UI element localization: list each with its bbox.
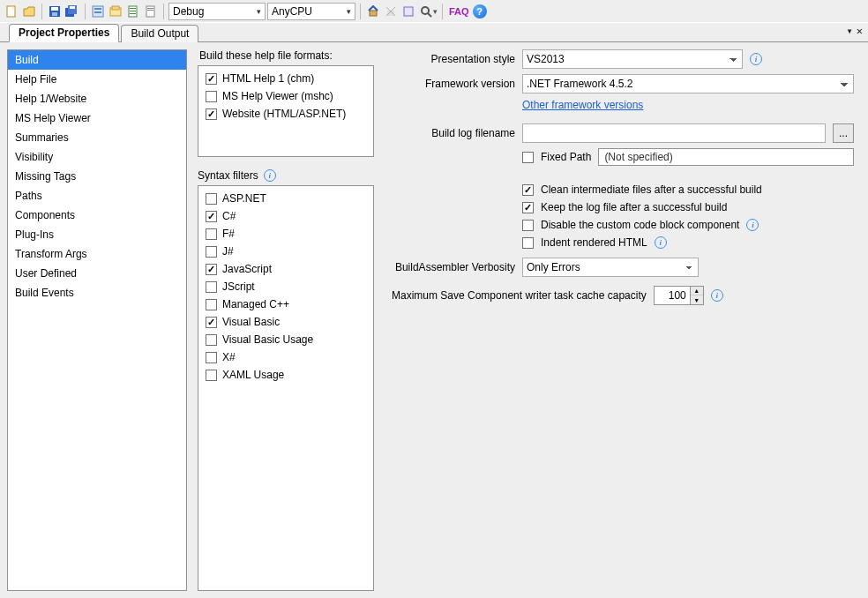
list-item[interactable]: MS Help Viewer (mshc): [202, 87, 370, 105]
checkbox-label: Managed C++: [222, 297, 289, 311]
view-help-file-icon[interactable]: [400, 4, 416, 19]
list-item[interactable]: F#: [202, 225, 370, 243]
checkbox-label: Visual Basic: [222, 315, 280, 329]
fixed-path-checkbox[interactable]: [522, 152, 534, 163]
svg-rect-13: [130, 8, 136, 9]
svg-rect-3: [52, 12, 57, 16]
sidebar-item-build[interactable]: Build: [8, 50, 186, 70]
info-icon[interactable]: i: [655, 236, 667, 249]
browse-button[interactable]: ...: [833, 123, 854, 143]
verbosity-select[interactable]: Only Errors: [522, 258, 699, 277]
checkbox[interactable]: [206, 211, 217, 222]
checkbox[interactable]: [206, 370, 217, 381]
sidebar-item-build-events[interactable]: Build Events: [8, 283, 186, 303]
spinner-down-icon[interactable]: ▼: [691, 295, 703, 304]
checkbox[interactable]: [206, 264, 217, 275]
checkbox[interactable]: [206, 317, 217, 328]
indent-html-checkbox[interactable]: [522, 237, 534, 249]
sidebar-item-help-file[interactable]: Help File: [8, 70, 186, 89]
list-item[interactable]: JScript: [202, 278, 370, 295]
faq-link[interactable]: FAQ: [447, 6, 471, 17]
checkbox[interactable]: [206, 73, 217, 85]
tab-build-output[interactable]: Build Output: [121, 25, 198, 42]
svg-rect-23: [404, 7, 413, 16]
properties-icon[interactable]: [108, 4, 123, 19]
open-folder-icon[interactable]: [21, 4, 37, 19]
list-item[interactable]: Visual Basic: [202, 313, 370, 331]
list-item[interactable]: X#: [202, 348, 370, 366]
disable-codeblock-checkbox[interactable]: [522, 220, 534, 231]
save-icon[interactable]: [47, 4, 63, 19]
dropdown-arrow-icon[interactable]: ▾: [433, 7, 438, 16]
help-icon[interactable]: ?: [473, 4, 487, 19]
sidebar-item-missing-tags[interactable]: Missing Tags: [8, 167, 186, 186]
platform-combo[interactable]: AnyCPU: [267, 3, 355, 20]
list-item[interactable]: C#: [202, 207, 370, 225]
keep-log-checkbox[interactable]: [522, 202, 534, 213]
sidebar-item-paths[interactable]: Paths: [8, 186, 186, 206]
other-frameworks-link[interactable]: Other framework versions: [522, 99, 643, 111]
svg-rect-17: [147, 8, 153, 9]
sidebar-item-user-defined[interactable]: User Defined: [8, 264, 186, 283]
checkbox[interactable]: [206, 91, 217, 102]
checkbox[interactable]: [206, 246, 217, 258]
middle-column: Build these help file formats: HTML Help…: [198, 49, 374, 591]
list-item[interactable]: Managed C++: [202, 295, 370, 313]
toolbar-separator: [41, 4, 42, 19]
save-all-icon[interactable]: [64, 4, 80, 19]
info-icon[interactable]: i: [746, 219, 759, 231]
cache-capacity-spinner[interactable]: ▲▼: [654, 286, 704, 305]
checkbox-label: X#: [222, 350, 236, 364]
help-formats-group: Build these help file formats: HTML Help…: [198, 49, 374, 157]
sidebar-item-ms-help-viewer[interactable]: MS Help Viewer: [8, 108, 186, 128]
configuration-combo[interactable]: Debug: [168, 3, 266, 20]
sidebar-item-transform-args[interactable]: Transform Args: [8, 244, 186, 264]
build-icon[interactable]: [365, 4, 381, 19]
build-log-input[interactable]: [522, 123, 826, 143]
info-icon[interactable]: i: [750, 53, 762, 65]
list-item[interactable]: JavaScript: [202, 260, 370, 278]
entity-references-icon[interactable]: [125, 4, 141, 19]
sidebar-item-summaries[interactable]: Summaries: [8, 128, 186, 147]
checkbox[interactable]: [206, 281, 217, 293]
list-item[interactable]: J#: [202, 243, 370, 260]
list-item[interactable]: Website (HTML/ASP.NET): [202, 105, 370, 123]
clean-intermediate-checkbox[interactable]: [522, 184, 534, 196]
checkbox-label: MS Help Viewer (mshc): [222, 89, 333, 103]
checkbox[interactable]: [206, 193, 217, 205]
tab-project-properties[interactable]: Project Properties: [9, 24, 119, 42]
view-output-icon[interactable]: [418, 4, 434, 19]
info-icon[interactable]: i: [711, 289, 723, 302]
list-item[interactable]: HTML Help 1 (chm): [202, 70, 370, 87]
checkbox[interactable]: [206, 228, 217, 240]
framework-version-select[interactable]: .NET Framework 4.5.2: [522, 74, 854, 93]
sidebar-item-plug-ins[interactable]: Plug-Ins: [8, 225, 186, 244]
info-icon[interactable]: i: [264, 169, 276, 182]
tab-label: Build Output: [131, 27, 189, 40]
project-explorer-icon[interactable]: [90, 4, 106, 19]
svg-rect-11: [112, 6, 119, 10]
list-item[interactable]: Visual Basic Usage: [202, 331, 370, 348]
list-item[interactable]: ASP.NET: [202, 190, 370, 207]
tab-menu-icon[interactable]: ▾: [847, 25, 853, 37]
checkbox[interactable]: [206, 299, 217, 310]
list-item[interactable]: XAML Usage: [202, 366, 370, 384]
checkbox[interactable]: [206, 352, 217, 363]
new-file-icon[interactable]: [4, 4, 19, 19]
checkbox[interactable]: [206, 334, 217, 346]
close-tab-icon[interactable]: ✕: [857, 25, 863, 37]
sidebar-item-help-1-website[interactable]: Help 1/Website: [8, 89, 186, 108]
checkbox-label: J#: [222, 244, 234, 258]
sidebar-item-visibility[interactable]: Visibility: [8, 147, 186, 167]
preview-topic-icon[interactable]: [143, 4, 159, 19]
presentation-style-select[interactable]: VS2013: [522, 49, 743, 69]
checkbox[interactable]: [206, 108, 217, 120]
toolbar-separator: [85, 4, 86, 19]
spinner-up-icon[interactable]: ▲: [691, 287, 703, 295]
sidebar-item-components[interactable]: Components: [8, 206, 186, 225]
cache-capacity-label: Maximum Save Component writer task cache…: [392, 289, 647, 302]
cache-capacity-input[interactable]: [655, 287, 690, 304]
cancel-build-icon[interactable]: [383, 4, 399, 19]
checkbox-label: F#: [222, 227, 235, 241]
syntax-filters-header: Syntax filters i: [198, 169, 374, 182]
